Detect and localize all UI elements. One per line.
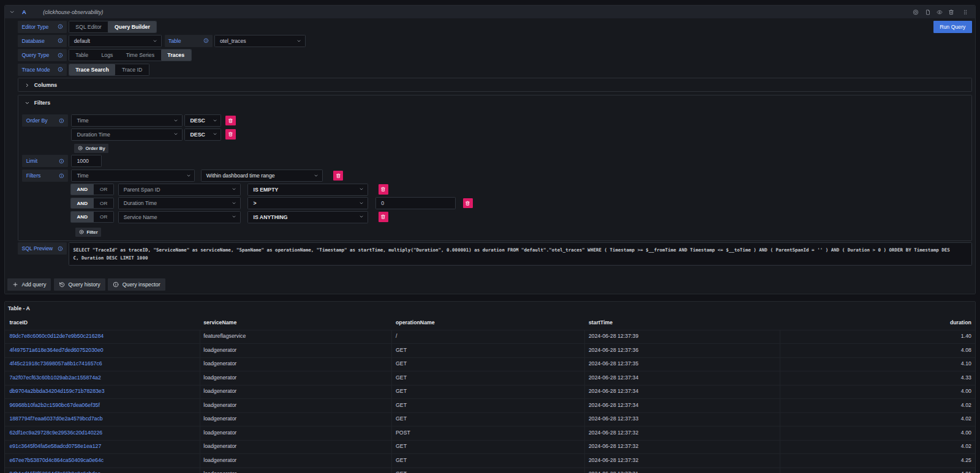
remove-order-by-trash-button[interactable]: [225, 129, 235, 139]
trace-id-link[interactable]: 4f497571a618e364ed7ded60752030e0: [9, 347, 103, 353]
query-type-option-traces[interactable]: Traces: [161, 50, 191, 61]
info-icon[interactable]: [58, 53, 63, 58]
query-history-button[interactable]: Query history: [54, 278, 105, 291]
order-by-field-select[interactable]: Time: [71, 114, 182, 127]
or-option[interactable]: OR: [94, 184, 113, 195]
info-icon[interactable]: [58, 246, 63, 251]
trace-id-link[interactable]: 7a2f07ecf63c60b1029ab2ac155874a2: [9, 374, 100, 381]
filters-section: Filters Order By Time: [18, 95, 972, 242]
table-row: 1887794f7eaa6037d0e2a4579bcd7acbloadgene…: [5, 412, 975, 426]
and-option[interactable]: AND: [71, 184, 94, 195]
table-panel-title[interactable]: Table - A: [5, 302, 975, 316]
info-icon[interactable]: [59, 173, 64, 179]
chevron-down-icon: [24, 100, 30, 106]
filter-time-row: Filters Time Within dashboard time range: [22, 169, 965, 182]
trace-mode-row: Trace Mode Trace Search Trace ID: [18, 64, 972, 76]
info-icon[interactable]: [59, 118, 64, 124]
column-header-traceid[interactable]: traceID: [5, 319, 200, 326]
info-icon[interactable]: [58, 38, 63, 43]
editor-type-option-sql-editor[interactable]: SQL Editor: [69, 21, 108, 32]
filter-operator-select[interactable]: IS EMPTY: [247, 184, 368, 196]
filter-field-select[interactable]: Parent Span ID: [118, 184, 241, 196]
or-option[interactable]: OR: [94, 198, 113, 209]
column-header-starttime[interactable]: startTime: [585, 319, 780, 326]
query-inspector-button[interactable]: Query inspector: [108, 278, 165, 291]
query-type-option-logs[interactable]: Logs: [95, 50, 119, 61]
trace-mode-label-text: Trace Mode: [21, 67, 50, 73]
trace-id-link[interactable]: 4f45c21918c73698057a8b1c741657c6: [9, 360, 102, 367]
and-option[interactable]: AND: [71, 212, 94, 222]
table-select[interactable]: otel_traces: [214, 35, 306, 47]
trace-mode-option-trace-id[interactable]: Trace ID: [115, 64, 148, 75]
trace-id-link[interactable]: 96968b10fa2b2c1590bc67dea06ef35f: [9, 402, 99, 408]
filter-field-select[interactable]: Service Name: [118, 211, 241, 223]
remove-filter-trash-button[interactable]: [379, 184, 388, 194]
cell-operationname: /: [392, 330, 585, 344]
add-query-button[interactable]: Add query: [7, 278, 51, 291]
and-option[interactable]: AND: [71, 198, 94, 209]
editor-type-option-query-builder[interactable]: Query Builder: [108, 21, 156, 32]
info-icon[interactable]: [58, 24, 63, 29]
filter-field-select[interactable]: Duration Time: [118, 197, 241, 209]
trace-id-link[interactable]: db9704a2bbda34204d159c71b78283e3: [9, 388, 104, 394]
filter-operator-select[interactable]: >: [247, 197, 368, 209]
query-type-option-table[interactable]: Table: [69, 50, 95, 61]
cell-duration: 1.40: [780, 330, 976, 344]
filter-value-input[interactable]: [375, 197, 456, 209]
run-query-button[interactable]: Run Query: [933, 21, 973, 33]
add-filter-button[interactable]: Filter: [75, 228, 101, 237]
column-header-duration[interactable]: duration: [780, 319, 976, 326]
hide-response-eye-icon[interactable]: [937, 9, 943, 15]
record-icon[interactable]: [913, 9, 919, 15]
query-history-button-label: Query history: [69, 281, 100, 288]
cell-starttime: 2024-06-28 12:37:34: [585, 385, 780, 399]
filter-operator-select[interactable]: IS ANYTHING: [247, 211, 368, 223]
info-icon[interactable]: [58, 67, 63, 72]
filters-label: Filters: [22, 169, 68, 182]
chevron-down-icon: [232, 214, 236, 219]
remove-filter-trash-button[interactable]: [379, 212, 388, 222]
query-editor-card: A (clickhouse-observability) Run Query: [4, 5, 976, 294]
remove-order-by-trash-button[interactable]: [225, 116, 235, 125]
remove-filter-trash-button[interactable]: [333, 171, 343, 181]
trace-id-link[interactable]: 1887794f7eaa6037d0e2a4579bcd7acb: [9, 415, 102, 422]
filter-field-select[interactable]: Time: [71, 169, 195, 182]
query-type-option-time-series[interactable]: Time Series: [119, 50, 161, 61]
or-option[interactable]: OR: [94, 212, 113, 222]
column-header-operationname[interactable]: operationName: [392, 319, 585, 326]
cell-servicename: loadgenerator: [200, 426, 393, 441]
chevron-right-icon: [24, 83, 30, 88]
database-select[interactable]: default: [69, 35, 162, 47]
add-order-by-button[interactable]: Order By: [74, 144, 108, 153]
filter-operator-select[interactable]: Within dashboard time range: [201, 169, 323, 182]
sql-preview-label-text: SQL Preview: [21, 245, 53, 251]
trace-id-link[interactable]: e67ee7b53870d4c864ca50409ca0e64c: [9, 457, 104, 463]
query-ref-id[interactable]: A: [22, 9, 26, 15]
trace-mode-option-trace-search[interactable]: Trace Search: [69, 64, 116, 75]
trace-id-link[interactable]: 89dc7e8c6060c0d12de7e9b50c216284: [9, 333, 104, 339]
trace-id-link[interactable]: 62df1ec9a29728c9e29536c20d140226: [9, 430, 102, 436]
info-icon[interactable]: [203, 38, 209, 43]
order-by-field-select[interactable]: Duration Time: [71, 128, 182, 141]
drag-handle-icon[interactable]: [962, 9, 968, 15]
sql-preview-code[interactable]: SELECT "TraceId" as traceID, "ServiceNam…: [69, 242, 973, 266]
table-row: 84b1cd15f2f52664d7c66b9e9c6cbdealoadgene…: [5, 467, 975, 473]
duplicate-query-icon[interactable]: [925, 9, 931, 15]
column-header-servicename[interactable]: serviceName: [200, 319, 393, 326]
order-by-direction-value: DESC: [190, 117, 205, 124]
trace-id-link[interactable]: e91c3645f04fa5e58adcd0758e1ea127: [9, 443, 101, 449]
remove-filter-trash-button[interactable]: [463, 198, 473, 208]
order-by-direction-select[interactable]: DESC: [184, 128, 221, 141]
trace-id-link[interactable]: 84b1cd15f2f52664d7c66b9e9c6cbdea: [9, 471, 100, 473]
and-or-toggle: ANDOR: [70, 184, 115, 195]
columns-section-header[interactable]: Columns: [18, 78, 971, 92]
table-row: 96968b10fa2b2c1590bc67dea06ef35floadgene…: [5, 398, 975, 412]
info-icon[interactable]: [59, 158, 64, 164]
limit-input[interactable]: [71, 155, 102, 167]
collapse-query-chevron-down-icon[interactable]: [9, 9, 15, 15]
order-by-direction-select[interactable]: DESC: [184, 114, 221, 127]
remove-query-trash-icon[interactable]: [948, 9, 954, 15]
filters-section-header[interactable]: Filters: [22, 99, 965, 107]
cell-starttime: 2024-06-28 12:37:34: [585, 371, 780, 385]
order-by-label-text: Order By: [26, 117, 48, 124]
